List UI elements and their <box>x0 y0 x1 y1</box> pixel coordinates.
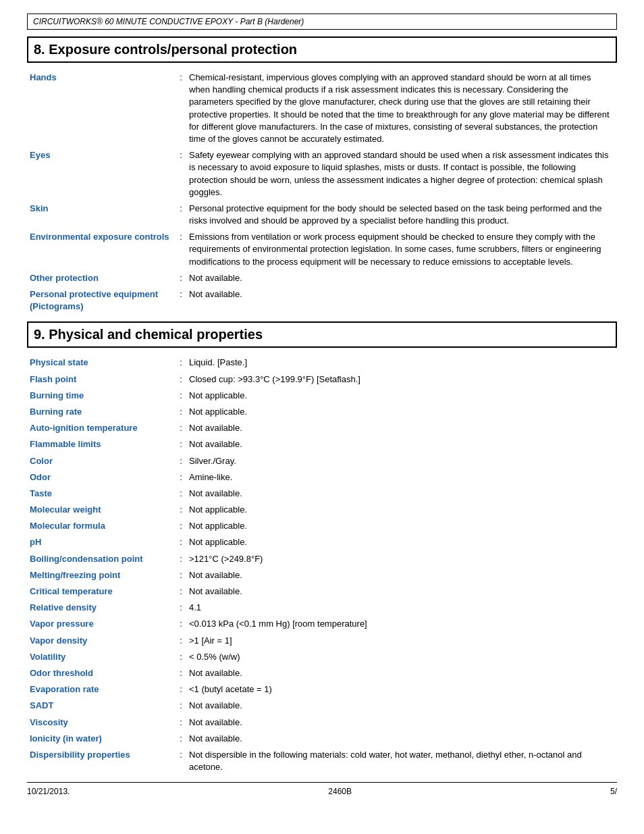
prop-colon: : <box>176 698 186 714</box>
prop-label: Evaporation rate <box>27 681 176 698</box>
prop-colon: : <box>176 453 186 469</box>
prop-label: Critical temperature <box>27 583 176 600</box>
prop-value: Not applicable. <box>186 388 617 404</box>
footer: 10/21/2013. 2460B 5/ <box>27 782 617 796</box>
table-row: Burning rate:Not applicable. <box>27 404 617 420</box>
prop-value: Silver./Gray. <box>186 453 617 469</box>
prop-label: Eyes <box>27 147 176 201</box>
footer-page: 5/ <box>610 787 617 796</box>
prop-value: Liquid. [Paste.] <box>186 355 617 371</box>
table-row: Skin:Personal protective equipment for t… <box>27 201 617 229</box>
table-row: Eyes:Safety eyewear complying with an ap… <box>27 147 617 201</box>
prop-value: <0.013 kPa (<0.1 mm Hg) [room temperatur… <box>186 616 617 632</box>
table-row: Environmental exposure controls:Emission… <box>27 229 617 270</box>
prop-colon: : <box>176 681 186 698</box>
table-row: Burning time:Not applicable. <box>27 388 617 404</box>
table-row: Molecular weight:Not applicable. <box>27 502 617 518</box>
table-row: Vapor pressure:<0.013 kPa (<0.1 mm Hg) [… <box>27 616 617 632</box>
table-row: Color:Silver./Gray. <box>27 453 617 469</box>
prop-value: Emissions from ventilation or work proce… <box>186 229 617 270</box>
table-row: Dispersibility properties:Not dispersibl… <box>27 747 617 775</box>
table-row: Odor threshold:Not available. <box>27 665 617 681</box>
prop-colon: : <box>176 616 186 632</box>
prop-colon: : <box>176 229 186 270</box>
prop-colon: : <box>176 600 186 616</box>
prop-label: Flammable limits <box>27 436 176 452</box>
section9-table: Physical state:Liquid. [Paste.]Flash poi… <box>27 355 617 775</box>
prop-label: Physical state <box>27 355 176 371</box>
prop-label: Molecular formula <box>27 518 176 534</box>
prop-label: SADT <box>27 698 176 714</box>
prop-label: Relative density <box>27 600 176 616</box>
table-row: Relative density:4.1 <box>27 600 617 616</box>
prop-colon: : <box>176 388 186 404</box>
prop-value: Not available. <box>186 567 617 583</box>
footer-code: 2460B <box>328 787 352 796</box>
prop-colon: : <box>176 665 186 681</box>
prop-label: Burning time <box>27 388 176 404</box>
prop-value: Not applicable. <box>186 518 617 534</box>
prop-value: Not available. <box>186 665 617 681</box>
table-row: Physical state:Liquid. [Paste.] <box>27 355 617 371</box>
prop-label: Environmental exposure controls <box>27 229 176 270</box>
prop-label: Ionicity (in water) <box>27 731 176 747</box>
prop-value: Closed cup: >93.3°C (>199.9°F) [Setaflas… <box>186 371 617 388</box>
prop-value: Not available. <box>186 583 617 600</box>
table-row: Other protection:Not available. <box>27 270 617 286</box>
table-row: Vapor density:>1 [Air = 1] <box>27 633 617 649</box>
header-text: CIRCUITWORKS® 60 MINUTE CONDUCTIVE EPOXY… <box>33 17 304 26</box>
prop-value: <1 (butyl acetate = 1) <box>186 681 617 698</box>
prop-value: Not available. <box>186 436 617 452</box>
prop-label: Boiling/condensation point <box>27 551 176 567</box>
prop-colon: : <box>176 583 186 600</box>
prop-value: Not applicable. <box>186 502 617 518</box>
prop-colon: : <box>176 404 186 420</box>
prop-colon: : <box>176 70 186 147</box>
footer-date: 10/21/2013. <box>27 787 70 796</box>
table-row: Volatility:< 0.5% (w/w) <box>27 649 617 665</box>
prop-label: Vapor pressure <box>27 616 176 632</box>
header-bar: CIRCUITWORKS® 60 MINUTE CONDUCTIVE EPOXY… <box>27 14 617 30</box>
section8-table: Hands:Chemical-resistant, impervious glo… <box>27 70 617 315</box>
prop-value: Not available. <box>186 420 617 436</box>
prop-colon: : <box>176 714 186 731</box>
prop-colon: : <box>176 731 186 747</box>
prop-colon: : <box>176 436 186 452</box>
prop-value: Not available. <box>186 486 617 502</box>
prop-value: Not available. <box>186 698 617 714</box>
prop-label: Personal protective equipment (Pictogram… <box>27 286 176 315</box>
prop-label: Skin <box>27 201 176 229</box>
table-row: Ionicity (in water):Not available. <box>27 731 617 747</box>
table-row: Critical temperature:Not available. <box>27 583 617 600</box>
table-row: Hands:Chemical-resistant, impervious glo… <box>27 70 617 147</box>
prop-value: Personal protective equipment for the bo… <box>186 201 617 229</box>
table-row: Flammable limits:Not available. <box>27 436 617 452</box>
table-row: Auto-ignition temperature:Not available. <box>27 420 617 436</box>
table-row: Melting/freezing point:Not available. <box>27 567 617 583</box>
prop-value: Amine-like. <box>186 469 617 486</box>
prop-colon: : <box>176 286 186 315</box>
prop-colon: : <box>176 649 186 665</box>
prop-colon: : <box>176 270 186 286</box>
table-row: Flash point:Closed cup: >93.3°C (>199.9°… <box>27 371 617 388</box>
prop-colon: : <box>176 147 186 201</box>
prop-colon: : <box>176 486 186 502</box>
prop-value: Not available. <box>186 286 617 315</box>
prop-colon: : <box>176 420 186 436</box>
prop-colon: : <box>176 633 186 649</box>
prop-label: Color <box>27 453 176 469</box>
prop-value: Not dispersible in the following materia… <box>186 747 617 775</box>
prop-value: Not available. <box>186 731 617 747</box>
prop-label: pH <box>27 534 176 550</box>
prop-colon: : <box>176 502 186 518</box>
prop-value: Not available. <box>186 714 617 731</box>
prop-value: Not applicable. <box>186 534 617 550</box>
prop-colon: : <box>176 201 186 229</box>
prop-colon: : <box>176 355 186 371</box>
prop-value: < 0.5% (w/w) <box>186 649 617 665</box>
prop-value: >121°C (>249.8°F) <box>186 551 617 567</box>
prop-value: 4.1 <box>186 600 617 616</box>
prop-label: Odor threshold <box>27 665 176 681</box>
table-row: Taste:Not available. <box>27 486 617 502</box>
table-row: pH:Not applicable. <box>27 534 617 550</box>
